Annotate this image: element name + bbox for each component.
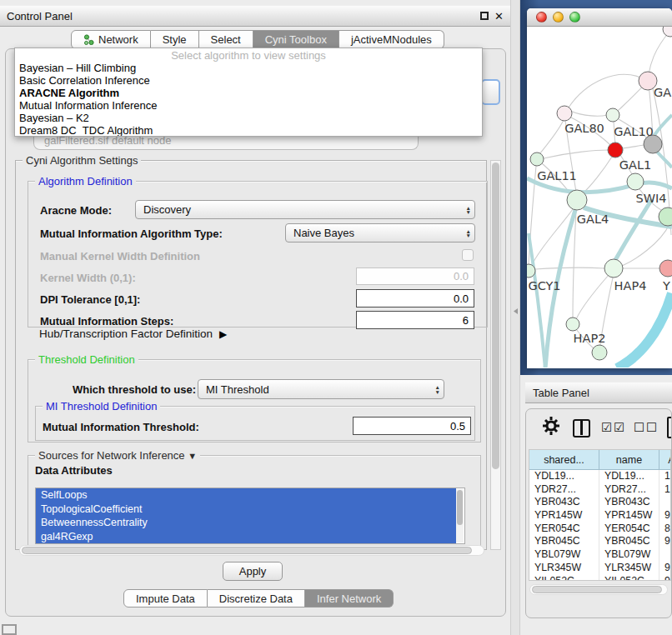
network-edge[interactable] bbox=[654, 115, 672, 135]
algorithm-option-bayesian-k2[interactable]: Bayesian – K2 bbox=[15, 112, 482, 124]
close-traffic-light-icon[interactable] bbox=[536, 12, 547, 22]
document-icon[interactable] bbox=[667, 417, 672, 438]
node-swi4[interactable] bbox=[627, 173, 644, 190]
algorithm-option-basic-correlation-inference[interactable]: Basic Correlation Inference bbox=[15, 74, 482, 87]
panel-splitter[interactable] bbox=[510, 0, 520, 635]
algorithm-dropdown-placeholder: Select algorithm to view settings bbox=[15, 48, 482, 62]
dpi-tolerance-label: DPI Tolerance [0,1]: bbox=[40, 293, 140, 306]
column-header-name[interactable]: name bbox=[599, 450, 659, 469]
table-row[interactable]: YBR045CYBR045C9. bbox=[529, 535, 670, 548]
mi-threshold-label: Mutual Information Threshold: bbox=[43, 421, 199, 433]
column-header-shared[interactable]: shared... bbox=[529, 450, 599, 469]
network-edge[interactable] bbox=[617, 293, 672, 368]
network-edge[interactable] bbox=[649, 32, 669, 74]
table-horizontal-scrollbar[interactable] bbox=[529, 584, 668, 595]
expand-arrow-icon[interactable]: ▶ bbox=[219, 328, 227, 340]
mi-steps-field[interactable]: 6 bbox=[356, 311, 474, 329]
mi-threshold-field[interactable]: 0.5 bbox=[353, 417, 471, 435]
tab-label: Discretize Data bbox=[219, 592, 293, 605]
kernel-width-field[interactable]: 0.0 bbox=[356, 268, 474, 285]
table-cell: YDL19... bbox=[529, 470, 599, 483]
float-panel-icon[interactable] bbox=[480, 12, 489, 20]
table-row[interactable]: YPR145WYPR145W9. bbox=[529, 509, 670, 522]
data-attributes-list[interactable]: SelfLoopsTopologicalCoefficientBetweenne… bbox=[35, 488, 465, 544]
table-row[interactable]: YLR345WYLR345W9. bbox=[529, 562, 670, 575]
collapse-arrow-icon[interactable]: ▼ bbox=[188, 451, 197, 461]
manual-kernel-checkbox[interactable] bbox=[462, 249, 474, 261]
which-threshold-combo[interactable]: MI Threshold ▲▼ bbox=[198, 379, 444, 399]
splitter-handle-icon[interactable] bbox=[514, 308, 518, 314]
algorithm-dropdown-list: Select algorithm to view settings Bayesi… bbox=[14, 48, 483, 137]
tab-infer-network[interactable]: Infer Network bbox=[305, 589, 394, 608]
docked-panel-icon[interactable] bbox=[2, 624, 17, 635]
node-hap4[interactable] bbox=[604, 259, 623, 278]
node-gal11[interactable] bbox=[530, 152, 544, 166]
network-edge[interactable] bbox=[569, 74, 648, 108]
table-cell: 9. bbox=[659, 535, 671, 548]
algorithm-option-mutual-information-inference[interactable]: Mutual Information Inference bbox=[15, 99, 482, 112]
algorithm-combo-fragment[interactable] bbox=[481, 79, 500, 105]
dpi-tolerance-field[interactable]: 0.0 bbox=[356, 289, 474, 308]
aracne-mode-combo[interactable]: Discovery ▲▼ bbox=[135, 200, 475, 219]
apply-button[interactable]: Apply bbox=[223, 562, 283, 581]
network-window[interactable]: GALGAL80GAL10GAL1GAL11SWI4GAL4GCY1HAP4YH… bbox=[527, 8, 672, 368]
network-edge[interactable] bbox=[570, 111, 607, 116]
node-bottom-green[interactable] bbox=[592, 345, 607, 360]
attribute-item-selfloops[interactable]: SelfLoops bbox=[36, 488, 456, 502]
algorithm-option-aracne-algorithm[interactable]: ARACNE Algorithm bbox=[15, 87, 482, 99]
network-edge[interactable] bbox=[584, 157, 612, 192]
hub-definition-section[interactable]: Hub/Transcription Factor Definition ▶ bbox=[39, 328, 227, 340]
network-edge[interactable] bbox=[539, 120, 564, 154]
attribute-item-betweennesscentrality[interactable]: BetweennessCentrality bbox=[36, 516, 456, 530]
network-window-titlebar bbox=[527, 8, 672, 27]
algorithm-option-bayesian-hill-climbing[interactable]: Bayesian – Hill Climbing bbox=[15, 62, 482, 74]
tab-style[interactable]: Style bbox=[151, 30, 199, 49]
network-edge[interactable] bbox=[529, 233, 545, 368]
tab-label: Select bbox=[211, 33, 241, 46]
network-edge[interactable] bbox=[622, 224, 669, 266]
node-gal4[interactable] bbox=[567, 190, 587, 210]
network-edge[interactable] bbox=[544, 150, 609, 158]
tab-network[interactable]: Network bbox=[71, 30, 151, 49]
table-data-combo[interactable]: galFiltered.sif default node bbox=[33, 136, 419, 150]
mi-type-combo[interactable]: Naive Bayes ▲▼ bbox=[285, 223, 475, 242]
column-header-a[interactable]: A bbox=[659, 450, 671, 469]
node-salmon[interactable] bbox=[659, 260, 672, 277]
network-edge[interactable] bbox=[573, 210, 576, 318]
settings-horizontal-scrollbar[interactable] bbox=[19, 545, 484, 556]
tab-impute-data[interactable]: Impute Data bbox=[123, 589, 208, 608]
network-edge[interactable] bbox=[622, 145, 644, 148]
node-gal10[interactable] bbox=[606, 108, 619, 122]
close-icon[interactable]: ✕ bbox=[494, 10, 504, 22]
node-gal80[interactable] bbox=[557, 106, 572, 121]
table-row[interactable]: YBL079WYBL079W bbox=[529, 548, 670, 562]
zoom-traffic-light-icon[interactable] bbox=[569, 12, 580, 22]
select-all-checkboxes-icon[interactable]: ☑☑ bbox=[601, 421, 626, 434]
table-row[interactable]: YER054CYER054C8. bbox=[529, 522, 670, 536]
deselect-all-checkboxes-icon[interactable]: ☐☐ bbox=[634, 421, 659, 434]
manual-kernel-label: Manual Kernel Width Definition bbox=[40, 250, 200, 262]
table-row[interactable]: YBR043CYBR043C bbox=[529, 496, 670, 509]
node-hap2[interactable] bbox=[566, 318, 579, 331]
column-layout-icon[interactable] bbox=[573, 419, 590, 438]
tab-discretize-data[interactable]: Discretize Data bbox=[208, 589, 305, 608]
table-row[interactable]: YDL19...YDL19...13 bbox=[529, 470, 670, 483]
tab-jactivemnodules[interactable]: jActiveMNodules bbox=[339, 30, 444, 49]
network-edge[interactable] bbox=[576, 275, 609, 319]
table-row[interactable]: YDR27...YDR27...12 bbox=[529, 483, 670, 497]
node-gal1-selected[interactable] bbox=[608, 142, 623, 158]
minimize-traffic-light-icon[interactable] bbox=[553, 12, 564, 22]
settings-vertical-scrollbar[interactable] bbox=[490, 160, 501, 550]
tab-cyni-toolbox[interactable]: Cyni Toolbox bbox=[253, 30, 339, 49]
node-top[interactable] bbox=[663, 27, 672, 37]
network-edge[interactable] bbox=[535, 268, 604, 269]
attribute-list-scrollbar[interactable] bbox=[456, 489, 464, 542]
gear-icon[interactable] bbox=[542, 416, 560, 438]
tab-select[interactable]: Select bbox=[199, 30, 253, 49]
sources-group-title[interactable]: Sources for Network Inference ▼ bbox=[35, 449, 200, 462]
network-canvas[interactable]: GALGAL80GAL10GAL1GAL11SWI4GAL4GCY1HAP4YH… bbox=[527, 27, 672, 368]
attribute-item-topologicalcoefficient[interactable]: TopologicalCoefficient bbox=[36, 502, 456, 517]
table-row[interactable]: YIL052CYIL052C9 bbox=[529, 575, 670, 582]
algorithm-option-dream8-dc-tdc-algorithm[interactable]: Dream8 DC_TDC Algorithm bbox=[15, 124, 482, 137]
attribute-item-gal4rgexp[interactable]: gal4RGexp bbox=[36, 530, 456, 544]
